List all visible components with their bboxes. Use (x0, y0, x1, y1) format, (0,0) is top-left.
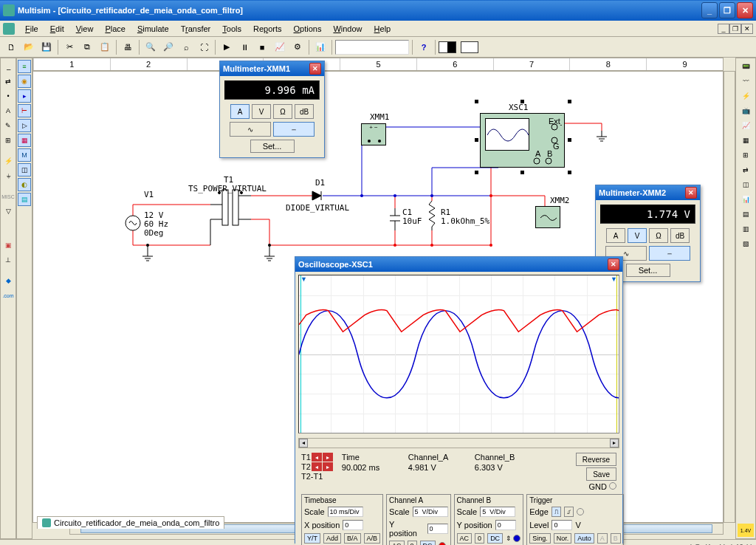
mm1-dc-button[interactable]: ⎓ (273, 122, 315, 137)
cmos-comp-icon[interactable]: M (18, 148, 31, 162)
osc-save-button[interactable]: Save (586, 467, 616, 481)
osc-sing-button[interactable]: Sing. (529, 533, 551, 544)
osc-chb-ac-button[interactable]: AC (457, 533, 472, 544)
osc-yt-button[interactable]: Y/T (304, 533, 320, 544)
menu-file[interactable]: File (19, 23, 44, 35)
selection-handle[interactable] (520, 100, 524, 103)
osc-reverse-button[interactable]: Reverse (576, 453, 616, 466)
osc-ba-button[interactable]: B/A (344, 533, 361, 544)
osc-chb-color-indicator[interactable] (513, 535, 520, 542)
menu-place[interactable]: Place (99, 23, 131, 35)
mm1-db-button[interactable]: dB (295, 104, 314, 119)
osc-cha-dc-button[interactable]: DC (420, 541, 436, 545)
ttl-comp-icon[interactable]: ▦ (18, 134, 31, 147)
oscilloscope-tool-icon[interactable]: 📺 (739, 104, 752, 117)
menu-help[interactable]: Help (368, 23, 397, 35)
mdi-close-button[interactable]: ✕ (741, 24, 753, 34)
selection-handle[interactable] (568, 171, 571, 174)
probe-tool-icon[interactable]: ⚡ (1, 154, 15, 168)
menu-window[interactable]: Window (327, 23, 368, 35)
distortion-tool-icon[interactable]: ◫ (739, 178, 752, 191)
help-icon[interactable]: ? (416, 39, 432, 55)
mm1-ac-button[interactable]: ∿ (230, 122, 271, 137)
osc-t1-right-button[interactable]: ▸ (323, 453, 333, 462)
stop-icon[interactable]: ■ (254, 39, 270, 55)
bus-tool-icon[interactable]: ⇄ (1, 75, 15, 88)
ground-tool-icon[interactable]: ⏚ (1, 169, 15, 182)
mm1-close-button[interactable]: ✕ (309, 63, 321, 75)
menu-reports[interactable]: Reports (247, 23, 288, 35)
indicator-comp-icon[interactable]: ◐ (18, 178, 31, 191)
maximize-button[interactable]: ❐ (719, 2, 735, 18)
paste-icon[interactable]: 📋 (97, 39, 113, 55)
junction-tool-icon[interactable]: • (1, 89, 15, 103)
logicanalyzer-tool-icon[interactable]: ⊞ (739, 148, 752, 162)
print-icon[interactable]: 🖶 (120, 39, 136, 55)
scrollbar-vertical[interactable] (724, 71, 735, 523)
net-tool-icon[interactable]: ⊞ (1, 134, 15, 147)
mm2-dc-button[interactable]: ⎓ (649, 246, 690, 261)
osc-cha-ypos-input[interactable] (427, 524, 448, 534)
selection-handle[interactable] (475, 171, 478, 174)
iv-tool-icon[interactable]: 1.4V (738, 524, 754, 537)
selection-handle[interactable] (520, 171, 524, 174)
xsc1-instrument[interactable]: Ext_T G A B (480, 113, 565, 168)
logicconv-tool-icon[interactable]: ⇄ (739, 163, 752, 176)
osc-auto-button[interactable]: Auto (574, 533, 594, 544)
selection-handle[interactable] (475, 100, 478, 103)
zoom-in-icon[interactable]: 🔍 (142, 39, 159, 55)
mm1-amp-button[interactable]: A (230, 104, 250, 119)
mm2-amp-button[interactable]: A (606, 228, 625, 243)
osc-cha-ac-button[interactable]: AC (389, 541, 405, 545)
osc-trigger-indicator[interactable] (577, 508, 584, 515)
ruler-tool-icon[interactable]: ⊥ (1, 253, 15, 267)
selection-handle[interactable] (568, 100, 571, 103)
oscilloscope-window[interactable]: Oscilloscope-XSC1 ✕ ▼ ▼ ◂ (295, 256, 623, 544)
wire-tool-icon[interactable]: ⎯ (1, 60, 15, 73)
document-tab[interactable]: Circuito_retificador_de_meia_onda_com_fi… (37, 516, 224, 529)
mm1-titlebar[interactable]: Multimeter-XMM1 ✕ (220, 61, 324, 76)
agilent-tool-icon[interactable]: ▥ (739, 222, 752, 236)
osc-edge-fall-button[interactable]: ⎎ (564, 507, 574, 517)
menu-options[interactable]: Options (288, 23, 328, 35)
basic-comp-icon[interactable]: ◉ (18, 75, 31, 88)
mdi-minimize-button[interactable]: _ (718, 24, 729, 34)
osc-close-button[interactable]: ✕ (608, 258, 619, 270)
analysis-icon[interactable]: 📈 (272, 39, 288, 55)
osc-chb-dc-button[interactable]: DC (487, 533, 503, 544)
mm1-ohm-button[interactable]: Ω (273, 104, 292, 119)
mm1-volt-button[interactable]: V (252, 104, 271, 119)
mm1-set-button[interactable]: Set... (250, 140, 295, 153)
simulation-switch[interactable] (439, 41, 456, 53)
grapher-icon[interactable]: 📊 (312, 39, 329, 55)
misc-comp-icon[interactable]: ▤ (18, 193, 31, 206)
mm2-titlebar[interactable]: Multimeter-XMM2 ✕ (596, 185, 700, 200)
mm2-close-button[interactable]: ✕ (685, 187, 697, 199)
osc-t2-right-button[interactable]: ▸ (323, 462, 333, 471)
mm2-ohm-button[interactable]: Ω (649, 228, 668, 243)
wattmeter-tool-icon[interactable]: ⚡ (739, 89, 752, 103)
xmm2-instrument[interactable] (535, 206, 560, 228)
hierarchy-tool-icon[interactable]: ▽ (1, 205, 15, 218)
zoom-fit-icon[interactable]: ⛶ (196, 39, 212, 55)
osc-edge-rise-button[interactable]: ⎍ (551, 507, 561, 517)
run-icon[interactable]: ▶ (219, 39, 235, 55)
multimeter-xmm1-window[interactable]: Multimeter-XMM1 ✕ 9.996 mA A V Ω dB ∿ ⎓ … (219, 61, 325, 158)
mdi-restore-button[interactable]: ❐ (729, 24, 741, 34)
osc-timebase-scale-input[interactable] (328, 507, 363, 517)
source-comp-icon[interactable]: ≡ (18, 60, 31, 73)
mm2-volt-button[interactable]: V (628, 228, 647, 243)
osc-cha-color-indicator[interactable] (439, 542, 446, 545)
inuse-list-combo[interactable] (335, 40, 409, 55)
open-file-icon[interactable]: 📂 (21, 39, 37, 55)
osc-add-button[interactable]: Add (323, 533, 341, 544)
menu-edit[interactable]: Edit (44, 23, 70, 35)
selection-handle[interactable] (568, 138, 571, 142)
wordgen-tool-icon[interactable]: ▦ (739, 134, 752, 147)
diode-comp-icon[interactable]: ▸ (18, 89, 31, 103)
funcgen-tool-icon[interactable]: 〰 (739, 75, 752, 88)
osc-trigger-a-button[interactable]: A (597, 533, 608, 544)
osc-cha-zero-button[interactable]: 0 (408, 541, 417, 545)
postprocessor-icon[interactable]: ⚙ (289, 39, 306, 55)
osc-t1-left-button[interactable]: ◂ (312, 453, 322, 462)
